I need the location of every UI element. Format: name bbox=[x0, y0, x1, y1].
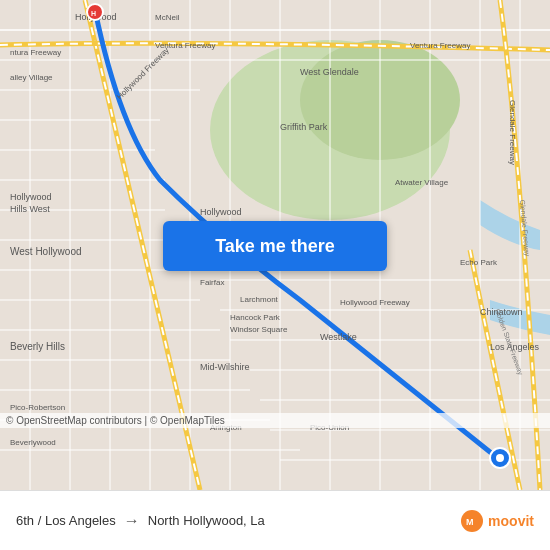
svg-text:Ventura Freeway: Ventura Freeway bbox=[410, 41, 470, 50]
svg-text:Pico-Robertson: Pico-Robertson bbox=[10, 403, 65, 412]
svg-text:Atwater Village: Atwater Village bbox=[395, 178, 449, 187]
destination-label: North Hollywood, La bbox=[148, 513, 265, 528]
svg-text:West Hollywood: West Hollywood bbox=[10, 246, 82, 257]
svg-text:Fairfax: Fairfax bbox=[200, 278, 224, 287]
svg-text:McNeil: McNeil bbox=[155, 13, 180, 22]
svg-text:alley Village: alley Village bbox=[10, 73, 53, 82]
svg-text:Larchmont: Larchmont bbox=[240, 295, 279, 304]
svg-point-71 bbox=[496, 454, 504, 462]
svg-text:Hollywood Freeway: Hollywood Freeway bbox=[340, 298, 410, 307]
svg-text:Beverlywood: Beverlywood bbox=[10, 438, 56, 447]
svg-text:M: M bbox=[466, 517, 474, 527]
svg-text:Beverly Hills: Beverly Hills bbox=[10, 341, 65, 352]
svg-text:Glendale Freeway: Glendale Freeway bbox=[508, 100, 517, 165]
svg-text:Hills West: Hills West bbox=[10, 204, 50, 214]
svg-text:ntura Freeway: ntura Freeway bbox=[10, 48, 61, 57]
moovit-icon: M bbox=[460, 509, 484, 533]
take-me-there-button[interactable]: Take me there bbox=[163, 221, 387, 271]
route-info: 6th / Los Angeles → North Hollywood, La bbox=[16, 512, 460, 530]
origin-label: 6th / Los Angeles bbox=[16, 513, 116, 528]
svg-text:Windsor Square: Windsor Square bbox=[230, 325, 288, 334]
bottom-bar: 6th / Los Angeles → North Hollywood, La … bbox=[0, 490, 550, 550]
route-arrow: → bbox=[124, 512, 140, 530]
moovit-text: moovit bbox=[488, 513, 534, 529]
svg-text:Westlake: Westlake bbox=[320, 332, 357, 342]
copyright-bar: © OpenStreetMap contributors | © OpenMap… bbox=[0, 413, 550, 428]
svg-text:Mid-Wilshire: Mid-Wilshire bbox=[200, 362, 250, 372]
svg-text:Hancock Park: Hancock Park bbox=[230, 313, 281, 322]
svg-text:Hollywood: Hollywood bbox=[10, 192, 52, 202]
svg-text:Echo Park: Echo Park bbox=[460, 258, 498, 267]
copyright-text: © OpenStreetMap contributors | © OpenMap… bbox=[6, 415, 225, 426]
map-container: Hollywood McNeil alley Village ntura Fre… bbox=[0, 0, 550, 490]
svg-text:Griffith Park: Griffith Park bbox=[280, 122, 328, 132]
svg-text:H: H bbox=[91, 10, 96, 17]
svg-text:Hollywood: Hollywood bbox=[200, 207, 242, 217]
moovit-logo: M moovit bbox=[460, 509, 534, 533]
svg-text:West Glendale: West Glendale bbox=[300, 67, 359, 77]
